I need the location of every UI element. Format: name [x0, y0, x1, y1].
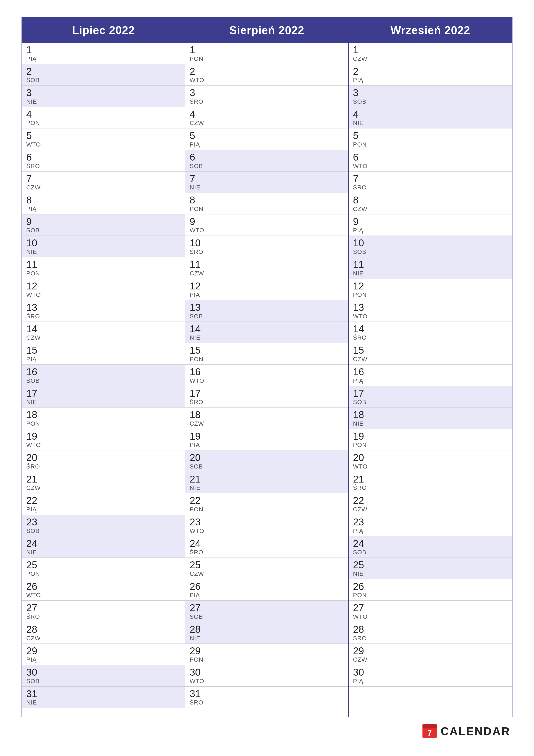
day-row: 12PON	[349, 279, 512, 300]
day-number: 22	[26, 495, 181, 506]
day-row: 6ŚRO	[22, 150, 185, 172]
day-name: PON	[26, 420, 181, 427]
day-row: 24SOB	[349, 536, 512, 558]
day-name: WTO	[26, 442, 181, 448]
month-header-0: Lipiec 2022	[22, 18, 185, 43]
day-number: 21	[353, 474, 508, 485]
day-row: 30SOB	[22, 665, 185, 687]
day-row: 1CZW	[349, 43, 512, 64]
day-name: SOB	[26, 77, 181, 84]
day-name: PON	[26, 570, 181, 577]
day-name: ŚRO	[190, 699, 344, 706]
day-row: 7NIE	[185, 172, 348, 193]
day-row: 31NIE	[22, 687, 185, 708]
day-number: 20	[353, 452, 508, 463]
day-row: 15PIĄ	[22, 343, 185, 364]
day-row: 19WTO	[22, 429, 185, 451]
day-name: SOB	[353, 399, 508, 406]
day-name: CZW	[353, 55, 508, 62]
day-number: 14	[190, 323, 344, 335]
day-name: PIĄ	[26, 656, 181, 663]
day-name: SOB	[26, 227, 181, 234]
day-number: 10	[26, 237, 181, 249]
day-row: 10NIE	[22, 236, 185, 257]
day-row: 17ŚRO	[185, 386, 348, 408]
day-row: 8PIĄ	[22, 193, 185, 214]
day-number: 19	[353, 431, 508, 442]
day-number: 22	[190, 495, 344, 506]
day-row: 3ŚRO	[185, 86, 348, 107]
day-row: 4PON	[22, 107, 185, 129]
day-number: 14	[26, 323, 181, 335]
day-row: 22PIĄ	[22, 493, 185, 515]
day-name: WTO	[190, 527, 344, 534]
day-name: SOB	[353, 549, 508, 556]
day-number: 23	[190, 517, 344, 527]
day-row: 16WTO	[185, 364, 348, 386]
day-name: ŚRO	[26, 463, 181, 470]
day-name: PIĄ	[353, 227, 508, 234]
day-number: 30	[353, 667, 508, 678]
svg-rect-4	[422, 724, 437, 728]
day-name: ŚRO	[26, 163, 181, 170]
day-name: PIĄ	[190, 141, 344, 148]
day-name: PIĄ	[353, 678, 508, 685]
day-name: SOB	[353, 249, 508, 256]
day-row: 19PON	[349, 429, 512, 451]
day-name: PIĄ	[353, 77, 508, 84]
day-row: 23SOB	[22, 515, 185, 536]
day-name: ŚRO	[190, 249, 344, 256]
calendar-logo-icon: 7	[422, 724, 437, 739]
day-number: 30	[26, 667, 181, 678]
day-number: 9	[26, 216, 181, 227]
day-row: 13WTO	[349, 300, 512, 322]
day-number: 31	[190, 688, 344, 699]
day-name: PON	[190, 356, 344, 363]
day-name: SOB	[190, 613, 344, 620]
day-number: 7	[26, 173, 181, 184]
day-number: 9	[190, 216, 344, 227]
day-row: 3SOB	[349, 86, 512, 107]
day-row: 5PON	[349, 128, 512, 150]
month-column-0: Lipiec 20221PIĄ2SOB3NIE4PON5WTO6ŚRO7CZW8…	[22, 18, 185, 717]
day-number: 1	[26, 44, 181, 55]
day-row: 14CZW	[22, 322, 185, 343]
day-row: 30PIĄ	[349, 665, 512, 687]
day-number: 27	[190, 602, 344, 613]
footer-logo: 7 CALENDAR	[422, 724, 510, 739]
day-number: 11	[190, 259, 344, 270]
day-row: 11NIE	[349, 257, 512, 279]
day-name: CZW	[190, 570, 344, 577]
footer-logo-text: CALENDAR	[441, 725, 510, 738]
day-name: ŚRO	[353, 334, 508, 341]
day-name: PON	[190, 205, 344, 212]
day-name: SOB	[353, 98, 508, 105]
day-name: CZW	[353, 506, 508, 513]
day-row: 21ŚRO	[349, 472, 512, 494]
day-name: PON	[353, 291, 508, 298]
day-number: 5	[190, 130, 344, 141]
day-row: 14NIE	[185, 322, 348, 343]
day-row: 24ŚRO	[185, 536, 348, 558]
day-row: 26PIĄ	[185, 579, 348, 601]
day-row: 1PIĄ	[22, 43, 185, 64]
day-name: PIĄ	[190, 442, 344, 448]
day-number: 11	[353, 259, 508, 270]
day-number: 7	[190, 173, 344, 184]
day-row: 9SOB	[22, 214, 185, 236]
day-number: 10	[190, 237, 344, 249]
day-name: NIE	[353, 570, 508, 577]
day-number: 2	[353, 66, 508, 77]
day-name: WTO	[26, 592, 181, 599]
day-number: 6	[190, 152, 344, 163]
day-name: NIE	[26, 249, 181, 256]
day-row: 5WTO	[22, 128, 185, 150]
day-name: ŚRO	[190, 98, 344, 105]
day-number: 16	[26, 366, 181, 377]
day-name: WTO	[26, 141, 181, 148]
day-name: ŚRO	[190, 549, 344, 556]
day-row: 12PIĄ	[185, 279, 348, 300]
day-row: 14ŚRO	[349, 322, 512, 343]
day-name: CZW	[190, 120, 344, 126]
day-row: 4CZW	[185, 107, 348, 129]
